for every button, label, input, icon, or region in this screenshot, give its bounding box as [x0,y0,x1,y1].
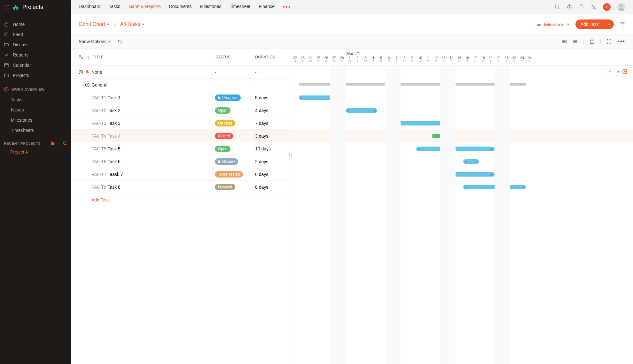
svg-rect-14 [590,40,594,43]
add-task-link[interactable]: Add Task [71,193,291,206]
breadcrumb-filter[interactable]: All Tasks [120,21,145,27]
status-badge[interactable]: In Review [215,158,238,165]
gantt-chart[interactable]: Mar '21 22M23T24W25T26F27S28S1M2T3W4T5F6… [291,49,633,364]
group-row[interactable]: None-- [71,66,291,79]
svg-point-13 [620,4,622,7]
task-row[interactable]: PA0-T4Task 4Closed3 days [71,130,291,142]
sidebar-item-home[interactable]: Home [0,19,71,29]
zoom-fit-icon[interactable] [622,69,627,74]
sidebar-item-discuss[interactable]: Discuss [0,40,71,50]
tools-icon[interactable] [591,4,597,10]
pane-resize-handle[interactable] [289,153,293,158]
sidebar-subitem-issues[interactable]: Issues [0,105,71,115]
svg-point-18 [85,83,89,87]
task-row[interactable]: PA0-T5Task 5Open10 days [71,142,291,155]
column-status[interactable]: STATUS [215,55,231,59]
flag-icon [85,70,90,74]
more-icon[interactable]: ••• [617,38,625,45]
sidebar-section-overview[interactable]: WORK OVERVIEW [0,80,71,95]
collapse-right-icon[interactable] [573,39,578,44]
bell-icon[interactable] [579,4,584,10]
sidebar-subitem-tasks[interactable]: Tasks [0,95,71,105]
milestone-icon [537,22,542,27]
nav-icon [4,42,9,47]
svg-point-6 [53,143,54,144]
app-logo-icon [12,3,20,11]
tab-gantt-reports[interactable]: Gantt & Reports [129,4,160,11]
tab-timesheet[interactable]: Timesheet [230,4,250,11]
status-badge[interactable]: In Progress [215,95,241,101]
svg-point-7 [52,144,53,145]
add-task-button[interactable]: Add Task [575,19,614,29]
svg-point-4 [4,87,8,91]
task-row[interactable]: PA0-T6Task 6In Review2 days [71,155,291,168]
toolbar: Show Options ••• [71,34,633,49]
status-badge[interactable]: Open [215,146,231,152]
settings-icon[interactable] [51,141,55,146]
group-row[interactable]: General-- [71,79,291,91]
status-badge[interactable]: Closed [215,133,233,139]
filter-icon[interactable] [620,21,625,27]
tab-milestones[interactable]: Milestones [200,4,222,11]
zoom-in-button[interactable]: + [617,69,620,74]
nav-icon [4,32,9,37]
tab-dashboard[interactable]: Dashboard [79,4,101,11]
sidebar-item-feed[interactable]: Feed [0,29,71,40]
caret-down-icon [567,23,570,26]
more-tabs-icon[interactable]: ••• [283,4,291,11]
svg-rect-16 [81,57,82,58]
add-button[interactable]: + [603,3,611,11]
status-badge[interactable]: On Hold [215,120,235,126]
nav-icon [4,22,9,27]
sidebar-item-calendar[interactable]: Calendar [0,60,71,70]
column-headers: TITLE STATUS DURATION [71,49,291,66]
collapse-icon[interactable] [85,83,90,87]
menu-icon[interactable] [4,5,10,9]
nav-icon [4,52,9,57]
task-row[interactable]: PA0-T2Task 2Open4 days [71,104,291,117]
status-badge[interactable]: Open [215,107,231,114]
fullscreen-icon[interactable] [606,39,612,44]
sidebar-subitem-timesheets[interactable]: Timesheets [0,125,71,135]
hierarchy-icon[interactable] [79,55,83,59]
status-badge[interactable]: Delayed [215,184,235,190]
svg-point-17 [79,70,83,74]
tab-finance[interactable]: Finance [259,4,275,11]
chevron-right-icon: › [114,21,116,27]
tab-documents[interactable]: Documents [169,4,192,11]
collapse-left-icon[interactable] [562,39,567,44]
tab-tasks[interactable]: Tasks [109,4,121,11]
svg-rect-15 [79,55,81,57]
timer-icon[interactable] [567,4,572,10]
user-avatar[interactable] [617,3,625,11]
nav-icon [4,73,9,78]
caret-down-icon [108,40,111,43]
sidebar-item-reports[interactable]: Reports [0,50,71,60]
recent-project[interactable]: Project A [0,148,71,156]
svg-point-8 [63,142,66,145]
task-row[interactable]: PA0-T7Taask 7To be Tested6 days [71,168,291,181]
column-duration[interactable]: DURATION [255,55,276,59]
breadcrumb-view[interactable]: Gantt Chart [79,21,110,27]
collapse-icon[interactable] [79,70,83,74]
zoom-out-button[interactable]: − [608,69,611,74]
show-options-dropdown[interactable]: Show Options [79,39,111,44]
caret-down-icon [142,23,145,26]
status-badge[interactable]: To be Tested [215,171,243,178]
search-icon[interactable] [63,141,67,146]
milestone-dropdown[interactable]: Milestone [537,22,569,27]
undo-icon[interactable] [117,39,122,44]
task-row[interactable]: PA0-T3Task 3On Hold7 days [71,117,291,130]
search-icon[interactable] [554,4,560,10]
sidebar-item-projects[interactable]: Projects [0,70,71,80]
chevron-up-icon [4,87,9,92]
gantt-view: TITLE STATUS DURATION None--General--PA0… [71,49,633,364]
calendar-icon[interactable] [590,39,595,44]
add-task-dropdown[interactable] [604,19,614,29]
task-row[interactable]: PA0-T1Task 1In Progress5 days [71,91,291,104]
column-title[interactable]: TITLE [93,55,104,59]
sidebar-subitem-milestones[interactable]: Milestones [0,115,71,125]
task-row[interactable]: PA0-T8Task 8Delayed8 days [71,181,291,193]
sort-icon[interactable] [86,55,90,59]
svg-rect-3 [4,74,8,77]
